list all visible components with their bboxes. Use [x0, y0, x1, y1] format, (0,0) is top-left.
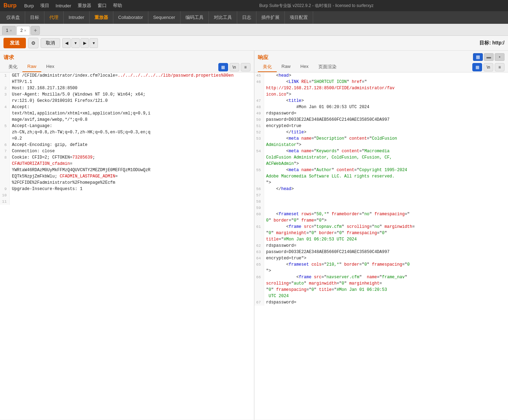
nav-tabs: 仪表盘 目标 代理 Intruder 重放器 Collaborator Sequ… [0, 11, 508, 24]
table-row: 48 #Mon Jan 01 06:20:53 UTC 2024 [254, 104, 508, 110]
menu2-icon: ≡ [498, 65, 501, 70]
tab-collaborator[interactable]: Collaborator [113, 11, 148, 24]
next-button[interactable]: ▶ [80, 38, 89, 48]
table-row: 11 [0, 198, 254, 205]
resp-tab-beautify[interactable]: 美化 [258, 62, 277, 72]
resp-tab-render[interactable]: 页面渲染 [313, 62, 341, 72]
app-logo: Burp [3, 2, 16, 9]
table-row: 64 encrypted=true"> [254, 255, 508, 261]
tab-comparer[interactable]: 对比工具 [209, 11, 237, 24]
request-tab-2[interactable]: 2 × [16, 26, 30, 35]
settings-button[interactable]: ⚙ [28, 38, 38, 48]
req-icon-newline[interactable]: \n [230, 63, 239, 71]
response-panel: 响应 ▦ ▬ ▪ 美化 Raw Hex [254, 51, 508, 420]
menu-help[interactable]: 帮助 [113, 2, 122, 9]
lines-icon: ▬ [487, 54, 491, 59]
tab-project-options[interactable]: 项目配置 [285, 11, 313, 24]
resp-tab-hex[interactable]: Hex [296, 62, 313, 72]
nav-arrows: ◀ ▾ ▶ ▾ [62, 38, 98, 48]
prev-down-button[interactable]: ▾ [71, 38, 80, 48]
table-row: 45 <head> [254, 72, 508, 79]
send-button[interactable]: 发送 [3, 38, 26, 48]
table-row: 9 Upgrade-Insecure-Requests: 1 [0, 186, 254, 192]
table-row: 59 [254, 205, 508, 211]
table-row: 51 encrypted=true [254, 123, 508, 129]
table-row: 57 [254, 192, 508, 198]
table-row: 50 password=D033E22AE348AEB5660FC2140AEC… [254, 117, 508, 123]
table-row: 63 password=D033E22AE348AEB5660FC2140AEC… [254, 249, 508, 255]
table-row: 4 Accept: text/html,application/xhtml+xm… [0, 104, 254, 123]
app-title: Burp Suite专业版 v2022.9.2 - 临时项目 - license… [128, 3, 505, 9]
resp-view-grid[interactable]: ▦ [473, 53, 483, 61]
next-down-button[interactable]: ▾ [90, 38, 98, 48]
tab-repeater[interactable]: 重放器 [90, 11, 113, 24]
req-icon-menu[interactable]: ≡ [241, 63, 251, 71]
add-tab-button[interactable]: + [31, 26, 40, 35]
req-tab-hex[interactable]: Hex [41, 62, 59, 72]
response-code-area[interactable]: 45 <head> 46 <LINK REL="SHORTCUT ICON" h… [254, 72, 508, 420]
grid2-icon: ▦ [476, 54, 480, 59]
table-row: 3 User-Agent: Mozilla/5.0 (Windows NT 10… [0, 91, 254, 104]
resp-icon-menu[interactable]: ≡ [495, 63, 505, 71]
request-tab-1[interactable]: 1 × [2, 26, 16, 35]
left-icon: ◀ [65, 41, 68, 46]
block-icon: ▪ [499, 54, 501, 59]
prev-button[interactable]: ◀ [62, 38, 71, 48]
table-row: 6 Accept-Encoding: gzip, deflate [0, 142, 254, 148]
cancel-button[interactable]: 取消 [41, 38, 60, 48]
response-title: 响应 [258, 53, 268, 62]
table-row: 52 </title> [254, 129, 508, 135]
toolbar: 发送 ⚙ 取消 ◀ ▾ ▶ ▾ 目标: http:/ [0, 36, 508, 51]
right-icon: ▶ [83, 41, 86, 46]
response-panel-header: 响应 ▦ ▬ ▪ 美化 Raw Hex [254, 51, 508, 72]
grid-icon: ▦ [221, 65, 225, 70]
req-tab-raw[interactable]: Raw [22, 62, 41, 72]
tab-proxy[interactable]: 代理 [44, 11, 64, 24]
req-icon-grid[interactable]: ▦ [218, 63, 228, 71]
table-row: 67 rdspassword= [254, 299, 508, 306]
table-row: 54 <meta name="Keywords" content="Macrom… [254, 148, 508, 167]
tab-dashboard[interactable]: 仪表盘 [1, 11, 25, 24]
menu-repeater[interactable]: 重放器 [78, 2, 91, 9]
table-row: 65 <frameset cols="210,*" border="0" fra… [254, 261, 508, 274]
menu-window[interactable]: 窗口 [98, 2, 107, 9]
table-row: 46 <LINK REL="SHORTCUT ICON" href=" http… [254, 79, 508, 98]
table-row: 47 <title> [254, 98, 508, 104]
request-code-area[interactable]: 1 GET /CFIDE/administrator/index.cfm?loc… [0, 72, 254, 420]
tab-target[interactable]: 目标 [25, 11, 44, 24]
tab-intruder[interactable]: Intruder [64, 11, 90, 24]
menu-icon: ≡ [244, 65, 247, 70]
resp-view-block[interactable]: ▪ [495, 53, 505, 61]
resp-view-lines[interactable]: ▬ [484, 53, 494, 61]
resp-icon-newline[interactable]: \n [484, 63, 493, 71]
resp-icon-grid[interactable]: ▦ [472, 63, 482, 71]
menu-project[interactable]: 项目 [40, 2, 49, 9]
target-label: 目标: http:/ [479, 40, 505, 46]
tab-sequencer[interactable]: Sequencer [148, 11, 181, 24]
table-row: 2 Host: 192.168.217.128:8500 [0, 85, 254, 91]
newline-icon: \n [232, 65, 236, 70]
tab-encoder[interactable]: 编码工具 [181, 11, 209, 24]
table-row: 61 <frame src="topnav.cfm" scrolling="no… [254, 224, 508, 243]
resp-tab-raw[interactable]: Raw [277, 62, 296, 72]
table-row: 55 <meta name="Author" content="Copyrigh… [254, 167, 508, 186]
tab-logger[interactable]: 日志 [237, 11, 256, 24]
request-panel: 请求 美化 Raw Hex ▦ \n ≡ [0, 51, 254, 420]
table-row: 10 [0, 192, 254, 198]
request-tabs: 美化 Raw Hex [3, 62, 59, 72]
request-panel-header: 请求 美化 Raw Hex ▦ \n ≡ [0, 51, 254, 72]
down-icon-left: ▾ [75, 41, 77, 46]
titlebar: Burp Burp 项目 Intruder 重放器 窗口 帮助 Burp Sui… [0, 0, 508, 11]
menu-intruder[interactable]: Intruder [56, 3, 71, 8]
req-tab-beautify[interactable]: 美化 [3, 62, 22, 72]
request-panel-icons: ▦ \n ≡ [218, 63, 251, 71]
request-tabs-row: 美化 Raw Hex ▦ \n ≡ [3, 62, 251, 72]
response-panel-icons: ▦ \n ≡ [472, 63, 505, 71]
menu-burp[interactable]: Burp [24, 3, 34, 8]
close-tab-2[interactable]: × [24, 28, 26, 33]
tab-extensions[interactable]: 插件扩展 [256, 11, 285, 24]
table-row: 49 rdspassword= [254, 110, 508, 117]
table-row: 60 <frameset rows="50,*" frameborder="no… [254, 211, 508, 224]
close-tab-1[interactable]: × [10, 28, 12, 33]
gear-icon: ⚙ [31, 40, 36, 46]
